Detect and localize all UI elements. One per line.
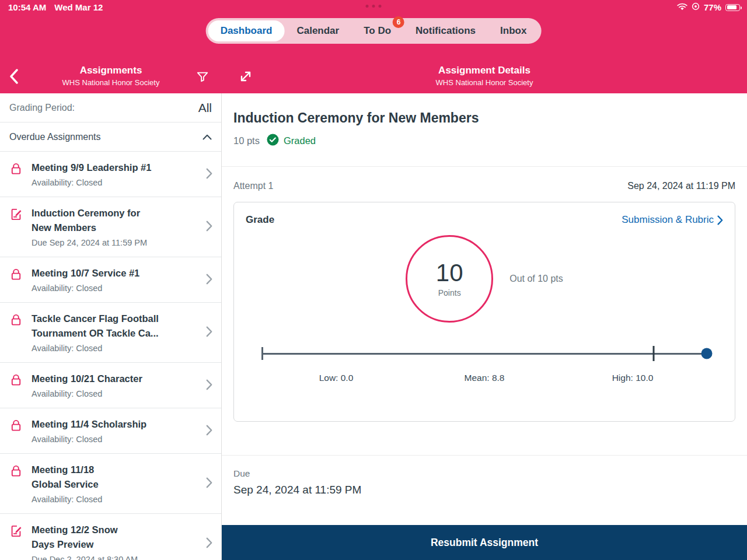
grade-card: Grade Submission & Rubric 10 Points Out … <box>233 202 735 422</box>
assignments-panel: Grading Period: All Overdue Assignments … <box>0 93 222 560</box>
assignment-item-subtitle: Availability: Closed <box>32 388 203 400</box>
assignment-list-item[interactable]: Meeting 11/4 Scholarship Availability: C… <box>0 408 221 454</box>
score-circle: 10 Points <box>406 235 493 323</box>
todo-badge: 6 <box>393 16 404 28</box>
chevron-right-icon <box>206 326 214 340</box>
lock-icon <box>9 419 23 433</box>
grade-card-title: Grade <box>246 214 274 226</box>
top-navigation: DashboardCalendarTo Do6NotificationsInbo… <box>206 18 542 44</box>
detail-course: WHS National Honor Society <box>222 78 747 87</box>
points-possible: 10 pts <box>233 135 260 146</box>
assignment-item-title: Meeting 9/9 Leadership #1 <box>32 160 177 175</box>
due-date: Sep 24, 2024 at 11:59 PM <box>233 484 735 496</box>
assignment-list-item[interactable]: Meeting 9/9 Leadership #1 Availability: … <box>0 152 221 197</box>
assignment-item-subtitle: Availability: Closed <box>32 177 203 188</box>
assignment-list-item[interactable]: Meeting 11/18 Global Service Availabilit… <box>0 454 221 514</box>
assignment-name: Induction Ceremony for New Members <box>233 110 735 126</box>
assignment-list-item[interactable]: Meeting 12/2 Snow Days Preview Due Dec 2… <box>0 514 221 560</box>
chevron-right-icon <box>206 379 214 393</box>
assignment-item-title: Meeting 10/7 Service #1 <box>32 266 177 281</box>
assignment-item-title: Tackle Cancer Flag Football Tournament O… <box>32 312 177 341</box>
assignment-item-subtitle: Due Dec 2, 2024 at 8:30 AM <box>32 554 203 560</box>
assignment-item-subtitle: Availability: Closed <box>32 433 203 445</box>
assignment-list-item[interactable]: Induction Ceremony for New Members Due S… <box>0 197 221 257</box>
score-unit: Points <box>438 288 461 298</box>
assignment-item-subtitle: Availability: Closed <box>32 342 203 354</box>
battery-icon <box>725 4 740 11</box>
assignments-header: Assignments WHS National Honor Society <box>0 58 222 92</box>
due-label: Due <box>233 468 735 479</box>
assignment-icon <box>9 208 23 222</box>
chevron-right-icon <box>206 168 214 181</box>
detail-header: Assignment Details WHS National Honor So… <box>222 58 747 92</box>
multitask-dots-icon <box>366 5 382 8</box>
chevron-right-icon <box>206 537 214 551</box>
graded-status: Graded <box>284 135 316 146</box>
assignment-item-subtitle: Availability: Closed <box>32 282 203 294</box>
assignment-item-title: Meeting 11/18 Global Service <box>32 463 177 492</box>
out-of-points: Out of 10 pts <box>509 274 563 284</box>
score-value: 10 <box>436 260 463 286</box>
overdue-section-header[interactable]: Overdue Assignments <box>0 123 221 152</box>
assignment-item-subtitle: Availability: Closed <box>32 494 203 505</box>
nav-tab-to-do[interactable]: To Do6 <box>351 20 403 41</box>
nav-tab-dashboard[interactable]: Dashboard <box>208 20 285 41</box>
graded-check-icon <box>267 134 279 148</box>
assignment-list-item[interactable]: Meeting 10/21 Character Availability: Cl… <box>0 363 221 408</box>
resubmit-assignment-button[interactable]: Resubmit Assignment <box>222 525 747 560</box>
submission-rubric-label: Submission & Rubric <box>622 214 714 226</box>
lock-icon <box>9 464 23 478</box>
mean-label: Mean: 8.8 <box>410 373 558 383</box>
nav-tab-notifications[interactable]: Notifications <box>403 20 488 41</box>
lock-icon <box>9 373 23 387</box>
assignments-list: Meeting 9/9 Leadership #1 Availability: … <box>0 152 221 560</box>
assignment-item-title: Meeting 11/4 Scholarship <box>32 417 177 432</box>
assignment-item-subtitle: Due Sep 24, 2024 at 11:59 PM <box>32 237 203 249</box>
low-label: Low: 0.0 <box>262 373 410 383</box>
lock-icon <box>9 162 23 176</box>
low-endpoint <box>261 347 263 360</box>
attempt-date: Sep 24, 2024 at 11:19 PM <box>627 181 735 191</box>
mean-tick <box>652 346 654 361</box>
overdue-section-label: Overdue Assignments <box>9 132 101 142</box>
detail-title: Assignment Details <box>222 58 747 76</box>
assignment-detail-panel: Induction Ceremony for New Members 10 pt… <box>222 93 747 560</box>
app-header: 10:54 AM Wed Mar 12 77% DashboardCalenda… <box>0 0 747 93</box>
chevron-up-icon <box>203 132 212 142</box>
grading-period-label: Grading Period: <box>9 103 75 113</box>
score-dot <box>701 348 713 359</box>
orientation-lock-icon <box>692 2 700 12</box>
assignment-item-title: Induction Ceremony for New Members <box>32 206 177 235</box>
nav-tab-calendar[interactable]: Calendar <box>284 20 351 41</box>
filter-button[interactable] <box>193 66 212 86</box>
submission-rubric-link[interactable]: Submission & Rubric <box>622 214 723 226</box>
assignment-item-title: Meeting 12/2 Snow Days Preview <box>32 523 177 552</box>
distribution-line <box>262 353 707 355</box>
chevron-right-icon <box>206 425 214 438</box>
wifi-icon <box>677 2 687 12</box>
assignment-icon <box>9 524 23 538</box>
chevron-right-icon <box>206 220 214 234</box>
lock-icon <box>9 313 23 327</box>
grading-period-value[interactable]: All <box>198 101 212 115</box>
assignments-title: Assignments <box>0 58 222 76</box>
assignment-list-item[interactable]: Meeting 10/7 Service #1 Availability: Cl… <box>0 257 221 303</box>
lock-icon <box>9 268 23 282</box>
assignments-course: WHS National Honor Society <box>0 78 222 87</box>
chevron-right-icon <box>206 274 214 287</box>
score-distribution <box>262 345 707 362</box>
status-bar: 10:54 AM Wed Mar 12 77% <box>0 0 747 15</box>
battery-percent: 77% <box>704 2 721 12</box>
high-label: High: 10.0 <box>558 373 707 383</box>
chevron-right-icon <box>206 477 214 491</box>
status-time: 10:54 AM <box>8 2 46 12</box>
attempt-label: Attempt 1 <box>233 181 273 191</box>
assignment-item-title: Meeting 10/21 Character <box>32 372 177 386</box>
assignment-list-item[interactable]: Tackle Cancer Flag Football Tournament O… <box>0 303 221 363</box>
status-date: Wed Mar 12 <box>54 2 103 12</box>
nav-tab-inbox[interactable]: Inbox <box>488 20 539 41</box>
grading-period-row[interactable]: Grading Period: All <box>0 93 221 123</box>
